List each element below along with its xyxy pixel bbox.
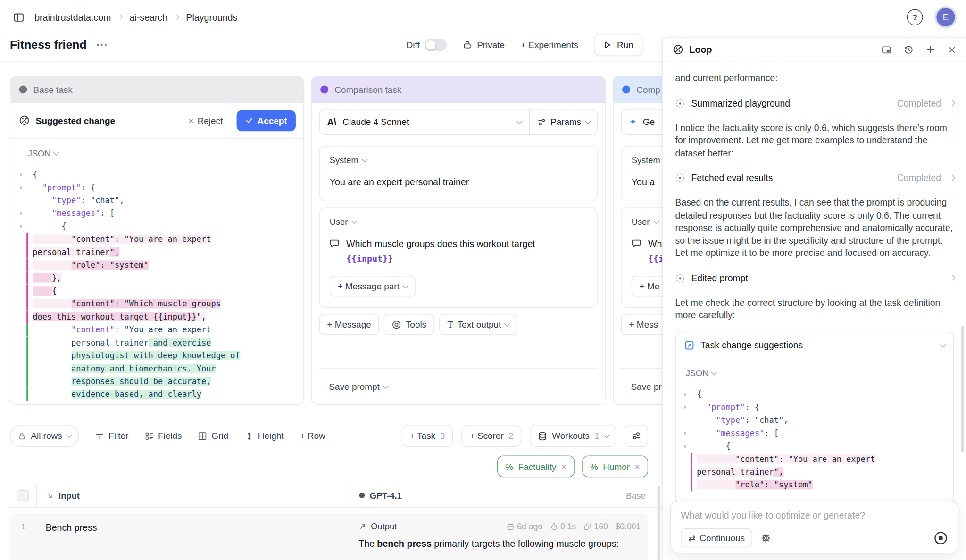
diff-toggle-switch[interactable] [425, 39, 447, 51]
user-content[interactable]: Which muscle groups does this workout ta… [330, 237, 579, 266]
user-text: Wh [648, 238, 662, 248]
add-task-button[interactable]: + Task 3 [401, 425, 453, 447]
loop-step[interactable]: Edited prompt [675, 273, 954, 283]
table-row[interactable]: 1 Bench press Output 6d ago [10, 513, 648, 560]
user-role-select[interactable]: User [330, 217, 356, 227]
system-role-select[interactable]: System [330, 155, 367, 165]
loop-input-card[interactable]: What would you like to optimize or gener… [670, 501, 958, 553]
code-text: personal trainer", [697, 465, 783, 478]
fold-caret-icon[interactable]: ∨ [16, 220, 27, 232]
diff-toggle[interactable]: Diff [407, 39, 447, 51]
loop-panel: Loop and current performance:Summarized … [662, 37, 966, 560]
grid-button[interactable]: Grid [198, 431, 229, 441]
close-icon[interactable]: × [561, 461, 566, 471]
sliders-icon [632, 431, 641, 441]
experiments-button[interactable]: + Experiments [521, 40, 578, 49]
user-message-card[interactable]: User Wh {{i + Me [621, 207, 663, 308]
grid-header: Input GPT-4.1 Base [10, 483, 662, 508]
tools-button[interactable]: Tools [384, 314, 434, 335]
code-line: personal trainer", [680, 465, 949, 478]
popout-panel-icon[interactable] [882, 45, 891, 55]
close-icon[interactable]: × [635, 461, 640, 471]
model-select[interactable]: A\ Claude 4 Sonnet [320, 109, 529, 134]
accept-button[interactable]: Accept [236, 110, 296, 131]
history-icon[interactable] [904, 45, 914, 55]
add-message-part-button[interactable]: + Me [632, 276, 662, 296]
output-meta: 6d ago 0.1s 160 [507, 522, 641, 531]
close-icon[interactable] [948, 45, 956, 54]
step-icon [675, 273, 685, 283]
height-button[interactable]: Height [244, 431, 283, 441]
task-change-suggestions-header[interactable]: Task change suggestions [676, 332, 953, 358]
gear-icon[interactable] [761, 533, 771, 543]
save-prompt-button[interactable]: Save pr [631, 382, 661, 392]
stop-icon[interactable] [933, 530, 948, 545]
system-message-card[interactable]: System You a [621, 146, 663, 202]
code-text: { [697, 387, 701, 400]
avatar[interactable]: E [936, 8, 955, 26]
sidebar-toggle-icon[interactable] [10, 8, 27, 26]
fold-caret-icon[interactable]: ∨ [680, 387, 691, 400]
user-role-select[interactable]: User [632, 217, 658, 227]
add-message-button[interactable]: + Message [319, 314, 379, 335]
add-row-button[interactable]: + Row [300, 431, 325, 441]
more-options-icon[interactable]: ··· [93, 39, 112, 50]
new-chat-icon[interactable] [926, 45, 935, 54]
fields-button[interactable]: Fields [144, 431, 182, 441]
fold-caret-icon[interactable]: ∨ [16, 168, 27, 181]
help-icon[interactable]: ? [907, 9, 923, 25]
diff-bar [691, 439, 692, 452]
base-code-editor[interactable]: JSON ∨{∨ "prompt": { "type": "chat",∨ "m… [10, 139, 303, 404]
loop-input[interactable]: What would you like to optimize or gener… [681, 510, 948, 520]
loop-scrollbar[interactable] [961, 326, 965, 452]
reject-button[interactable]: × Reject [188, 115, 223, 125]
add-message-part-button[interactable]: + Message part [330, 276, 416, 296]
continuous-mode-button[interactable]: ⇄ Continuous [681, 528, 752, 547]
chevron-down-icon [585, 118, 591, 124]
height-icon [244, 431, 254, 441]
row-input-cell[interactable]: Bench press [37, 513, 350, 560]
breadcrumb-org[interactable]: braintrustdata.com [34, 12, 111, 22]
save-prompt-button[interactable]: Save prompt [329, 382, 388, 392]
loop-step[interactable]: Summarized playgroundCompleted [675, 98, 954, 108]
text-output-button[interactable]: T Text output [440, 314, 517, 335]
scorer-badge-humor[interactable]: % Humor × [582, 456, 648, 478]
model-select[interactable]: ✦ Ge [622, 109, 662, 134]
fold-caret-icon[interactable]: ∨ [16, 207, 27, 220]
system-content[interactable]: You are an expert personal trainer [330, 175, 587, 189]
add-message-button[interactable]: + Mess [621, 314, 663, 335]
user-content[interactable]: Wh {{i [632, 237, 662, 266]
breadcrumb-project[interactable]: ai-search [130, 12, 168, 22]
system-message-card[interactable]: System You are an expert personal traine… [319, 146, 598, 202]
params-button[interactable]: Params [530, 109, 597, 134]
row-output-cell[interactable]: Output 6d ago 0.1s [350, 513, 648, 560]
system-role-select[interactable]: System [632, 155, 660, 165]
format-select[interactable]: JSON [28, 148, 58, 158]
model-column-header[interactable]: GPT-4.1 Base [350, 483, 662, 507]
base-task-title: Base task [33, 85, 73, 95]
fold-caret-icon[interactable]: ∨ [680, 439, 691, 452]
run-button[interactable]: Run [594, 33, 643, 56]
format-select[interactable]: JSON [686, 368, 716, 378]
repeat-icon: ⇄ [688, 533, 695, 543]
user-message-card[interactable]: User Which muscle groups does this worko… [319, 207, 598, 308]
table-settings-button[interactable] [625, 425, 648, 447]
add-scorer-button[interactable]: + Scorer 2 [462, 425, 521, 447]
filter-button[interactable]: Filter [95, 431, 128, 441]
diff-bar [691, 401, 692, 413]
all-rows-select[interactable]: All rows [10, 425, 79, 447]
loop-step[interactable]: Fetched eval resultsCompleted [675, 173, 954, 183]
fold-caret-icon[interactable]: ∨ [680, 426, 691, 439]
select-all-checkbox[interactable] [17, 490, 29, 501]
input-column-header[interactable]: Input [37, 483, 350, 507]
private-button[interactable]: Private [463, 40, 505, 49]
code-text: "prompt": { [697, 401, 759, 413]
system-content[interactable]: You a [632, 175, 662, 189]
filter-label: Filter [108, 431, 128, 441]
dataset-select[interactable]: Workouts 1 [530, 425, 616, 447]
fold-caret-icon[interactable]: ∨ [680, 401, 691, 413]
scorer-badge-factuality[interactable]: % Factuality × [497, 456, 575, 478]
main-scrollbar[interactable] [658, 486, 660, 560]
fold-caret-icon[interactable]: ∨ [16, 181, 27, 194]
breadcrumb-section[interactable]: Playgrounds [186, 12, 237, 22]
